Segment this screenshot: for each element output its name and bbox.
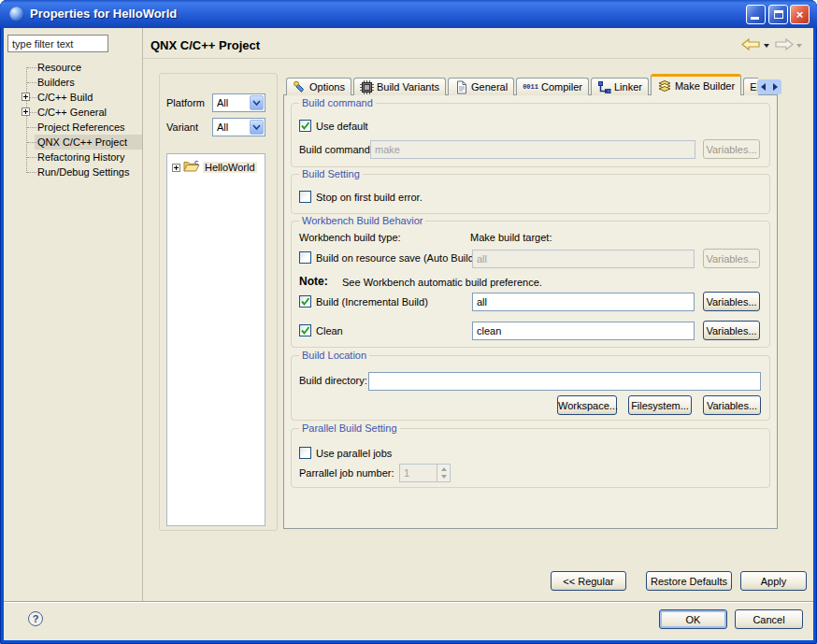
tree-item-builders[interactable]: Builders	[7, 75, 142, 90]
workbench-build-behavior-group: Workbench Build Behavior Workbench build…	[291, 221, 770, 348]
stop-on-error-checkbox[interactable]	[299, 191, 311, 203]
platform-select[interactable]: All	[212, 93, 265, 112]
forward-button	[774, 37, 795, 53]
auto-build-checkbox[interactable]	[299, 251, 311, 264]
tab-options[interactable]: Options	[286, 78, 351, 95]
tree-item-helloworld[interactable]: C HelloWorld	[172, 160, 257, 175]
build-setting-group: Build Setting Stop on first build error.	[291, 174, 770, 214]
clean-target-input[interactable]	[472, 322, 695, 340]
regular-toggle-button[interactable]: << Regular	[551, 571, 626, 591]
restore-defaults-button[interactable]: Restore Defaults	[646, 571, 732, 591]
variables-button[interactable]: Variables...	[703, 292, 760, 311]
tree-item-cpp-build[interactable]: C/C++ Build	[7, 90, 142, 105]
forward-arrow-icon	[774, 37, 795, 51]
tree-item-run-debug-settings[interactable]: Run/Debug Settings	[7, 165, 142, 179]
expand-plus-icon[interactable]	[22, 107, 30, 116]
tab-label: Linker	[614, 81, 642, 93]
tab-make-builder[interactable]: Make Builder	[651, 74, 741, 95]
tree-item-label: C/C++ General	[37, 107, 107, 118]
variables-button[interactable]: Variables...	[703, 395, 761, 415]
tree-item-label: Project References	[37, 122, 125, 133]
tree-item-cpp-general[interactable]: C/C++ General	[7, 105, 142, 120]
footer-divider-highlight	[4, 602, 813, 603]
incremental-build-target-input[interactable]	[472, 293, 695, 311]
tab-label: Build Variants	[377, 81, 439, 93]
variables-button: Variables...	[703, 249, 760, 268]
group-title: Workbench Build Behavior	[299, 215, 425, 226]
properties-dialog: Properties for HelloWorld × Resource Bui…	[0, 0, 817, 644]
platform-value: All	[217, 97, 228, 108]
platform-label: Platform	[166, 97, 205, 108]
close-button[interactable]: ×	[790, 5, 810, 24]
incremental-build-checkbox[interactable]	[299, 295, 311, 308]
tree-item-label: Resource	[37, 62, 81, 73]
back-arrow-icon	[740, 37, 761, 51]
minimize-icon	[751, 17, 759, 20]
filesystem-button[interactable]: Filesystem...	[628, 395, 692, 415]
tab-scroll-buttons	[757, 79, 781, 94]
make-builder-icon	[657, 79, 672, 93]
clean-checkbox[interactable]	[299, 324, 311, 336]
use-parallel-jobs-checkbox[interactable]	[299, 447, 311, 459]
back-button[interactable]	[740, 37, 761, 53]
parallel-job-number-label: Parrallel job number:	[299, 467, 394, 479]
project-label: HelloWorld	[203, 162, 257, 173]
stepper-down-icon	[441, 475, 447, 479]
group-title: Build Location	[299, 350, 369, 361]
preferences-tree: Resource Builders C/C++ Build C/C++ Gene…	[7, 60, 142, 179]
tree-item-resource[interactable]: Resource	[7, 60, 142, 75]
tab-label: General	[471, 81, 508, 93]
chevron-down-icon[interactable]	[250, 95, 264, 110]
use-default-checkbox[interactable]	[299, 120, 311, 132]
apply-button[interactable]: Apply	[740, 571, 807, 591]
incremental-build-label: Build (Incremental Build)	[316, 296, 428, 308]
tab-linker[interactable]: Linker	[591, 78, 649, 95]
maximize-button[interactable]	[768, 5, 788, 24]
tree-item-refactoring-history[interactable]: Refactoring History	[7, 150, 142, 165]
tab-label: Compiler	[541, 81, 582, 93]
close-icon: ×	[791, 6, 809, 23]
header-divider	[143, 58, 813, 59]
variables-button[interactable]: Variables...	[703, 321, 760, 340]
build-command-group: Build command Use default Build command:…	[291, 103, 770, 167]
build-command-input	[370, 140, 695, 159]
help-button[interactable]: ?	[28, 611, 43, 626]
stepper-up-icon	[441, 467, 447, 471]
tree-item-project-references[interactable]: Project References	[7, 120, 142, 135]
tab-general[interactable]: General	[448, 78, 514, 95]
variant-label: Variant	[166, 122, 198, 133]
app-icon	[9, 7, 24, 21]
expand-plus-icon[interactable]	[172, 164, 180, 172]
workspace-button[interactable]: Workspace...	[557, 395, 617, 415]
stop-on-error-label: Stop on first build error.	[316, 192, 423, 203]
page-title: QNX C/C++ Project	[150, 38, 260, 52]
titlebar[interactable]: Properties for HelloWorld ×	[0, 0, 817, 28]
back-dropdown-icon[interactable]	[764, 44, 769, 48]
tab-error-parsers[interactable]: Error Pa	[743, 78, 758, 95]
chevron-down-icon[interactable]	[250, 120, 264, 135]
tree-item-qnx-project[interactable]: QNX C/C++ Project	[7, 135, 142, 150]
tab-label: Options	[309, 81, 345, 93]
build-directory-input[interactable]	[368, 372, 761, 391]
filter-input[interactable]	[7, 35, 108, 52]
cancel-button[interactable]: Cancel	[735, 609, 803, 629]
tab-build-variants[interactable]: Build Variants	[353, 78, 446, 95]
tab-scroll-right-icon[interactable]	[773, 83, 778, 91]
build-location-group: Build Location Build directory: Workspac…	[291, 355, 770, 421]
linker-icon	[597, 80, 611, 94]
group-title: Parallel Build Setting	[299, 422, 400, 434]
chip-icon	[360, 80, 374, 94]
stepper-arrows	[437, 465, 450, 481]
clean-label: Clean	[316, 325, 343, 336]
minimize-button[interactable]	[746, 5, 766, 24]
document-icon	[454, 80, 468, 94]
auto-build-target-input	[472, 250, 695, 268]
ok-button[interactable]: OK	[659, 609, 727, 629]
note-text: See Workbench automatic build preference…	[342, 277, 542, 288]
tab-scroll-left-icon[interactable]	[761, 83, 766, 91]
svg-text:C: C	[194, 160, 199, 165]
expand-plus-icon[interactable]	[22, 93, 30, 101]
auto-build-label: Build on resource save (Auto Build)	[316, 252, 477, 264]
tab-compiler[interactable]: 0011 Compiler	[516, 78, 589, 95]
variant-select[interactable]: All	[212, 118, 265, 136]
